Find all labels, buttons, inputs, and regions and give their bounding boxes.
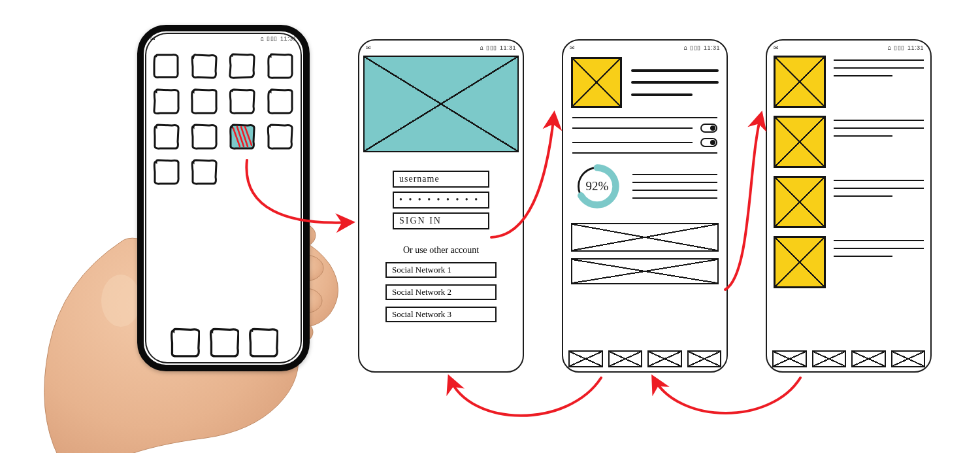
phone-dashboard: ✉ ⩍▯▯▯11:31 92%: [562, 39, 728, 373]
thumbnail-placeholder: [774, 116, 826, 168]
banner-placeholder[interactable]: [571, 258, 719, 284]
tab-item[interactable]: [891, 350, 926, 367]
item-text-placeholder: [834, 236, 924, 257]
dock: [144, 328, 303, 356]
mail-icon: ✉: [150, 35, 156, 42]
toggle-switch[interactable]: [700, 124, 717, 133]
phone-login: ✉ ⩍▯▯▯11:31 username • • • • • • • • • S…: [358, 39, 524, 373]
tab-item[interactable]: [647, 350, 682, 367]
social-label: Social Network 3: [392, 309, 451, 320]
status-time: 11:31: [704, 44, 720, 51]
wifi-icon: ⩍: [261, 35, 265, 42]
list-item[interactable]: [774, 116, 924, 168]
username-field[interactable]: username: [393, 171, 489, 188]
dock-icon[interactable]: [210, 328, 237, 356]
app-icon[interactable]: [192, 54, 217, 79]
app-icon[interactable]: [154, 54, 179, 79]
text-line: [572, 152, 717, 154]
svg-point-0: [101, 275, 140, 327]
status-bar: ✉ ⩍▯▯▯11:31: [563, 41, 727, 53]
avatar-placeholder: [571, 57, 622, 108]
text-line: [572, 117, 717, 118]
status-bar: ✉ ⩍▯▯▯11:31: [359, 41, 523, 53]
wifi-icon: ⩍: [684, 44, 688, 51]
title-text-placeholder: [631, 57, 719, 108]
item-text-placeholder: [834, 56, 924, 76]
password-field[interactable]: • • • • • • • • •: [393, 192, 489, 209]
wifi-icon: ⩍: [888, 44, 892, 51]
social-button-1[interactable]: Social Network 1: [385, 262, 497, 278]
content-list: [767, 53, 930, 288]
signal-icon: ▯▯▯: [690, 44, 701, 51]
alternate-login-label: Or use other account: [403, 245, 479, 256]
signal-icon: ▯▯▯: [486, 44, 497, 51]
app-icon[interactable]: [154, 125, 179, 150]
thumbnail-placeholder: [774, 176, 826, 228]
app-icon[interactable]: [192, 90, 217, 114]
status-bar: ✉ ⩍▯▯▯11:31: [767, 41, 930, 53]
tab-item[interactable]: [851, 350, 886, 367]
tab-item[interactable]: [772, 350, 807, 367]
phone-home: ✉ ⩍ ▯▯▯ 11:31: [137, 25, 310, 371]
tab-item[interactable]: [687, 350, 722, 367]
signal-icon: ▯▯▯: [267, 35, 278, 42]
gauge-value: 92%: [572, 161, 622, 211]
username-label: username: [399, 174, 440, 184]
item-text-placeholder: [834, 116, 924, 137]
social-button-3[interactable]: Social Network 3: [385, 307, 497, 322]
app-icon-highlighted[interactable]: [230, 125, 255, 150]
thumbnail-placeholder: [774, 56, 826, 108]
status-time: 11:31: [907, 44, 924, 51]
toggle-switch[interactable]: [700, 138, 717, 147]
phone-list: ✉ ⩍▯▯▯11:31: [766, 39, 932, 373]
app-icon[interactable]: [154, 160, 179, 185]
status-bar: ✉ ⩍ ▯▯▯ 11:31: [144, 31, 303, 44]
app-icon[interactable]: [268, 54, 293, 79]
tab-item[interactable]: [812, 350, 847, 367]
setting-label-line: [572, 142, 693, 143]
app-icon[interactable]: [268, 90, 293, 114]
tab-item[interactable]: [608, 350, 643, 367]
signin-label: SIGN IN: [399, 216, 442, 226]
banner-placeholder[interactable]: [571, 223, 719, 252]
list-item[interactable]: [774, 176, 924, 228]
tab-bar: [568, 350, 721, 367]
thumbnail-placeholder: [774, 236, 826, 288]
list-item[interactable]: [774, 56, 924, 108]
hero-image-placeholder: [363, 56, 519, 152]
social-label: Social Network 1: [392, 265, 451, 275]
dock-icon[interactable]: [171, 328, 198, 356]
app-icon[interactable]: [192, 125, 217, 150]
status-time: 11:31: [500, 44, 516, 51]
item-text-placeholder: [834, 176, 924, 197]
password-dots: • • • • • • • • •: [399, 195, 480, 205]
mail-icon: ✉: [570, 44, 576, 51]
gauge-text-placeholder: [632, 174, 717, 199]
status-time: 11:31: [280, 35, 297, 42]
mail-icon: ✉: [366, 44, 372, 51]
signal-icon: ▯▯▯: [894, 44, 905, 51]
signin-button[interactable]: SIGN IN: [393, 212, 489, 229]
dock-icon[interactable]: [249, 328, 276, 356]
setting-label-line: [572, 127, 693, 129]
progress-gauge: 92%: [572, 161, 622, 211]
home-grid: [144, 44, 303, 185]
wifi-icon: ⩍: [480, 44, 484, 51]
mail-icon: ✉: [774, 44, 779, 51]
app-icon[interactable]: [192, 160, 217, 185]
tab-bar: [772, 350, 925, 367]
social-label: Social Network 2: [392, 287, 451, 297]
app-icon[interactable]: [230, 90, 255, 114]
app-icon[interactable]: [268, 125, 293, 150]
app-icon[interactable]: [230, 54, 255, 79]
app-icon[interactable]: [154, 90, 179, 114]
list-item[interactable]: [774, 236, 924, 288]
social-button-2[interactable]: Social Network 2: [385, 284, 497, 300]
tab-item[interactable]: [568, 350, 603, 367]
